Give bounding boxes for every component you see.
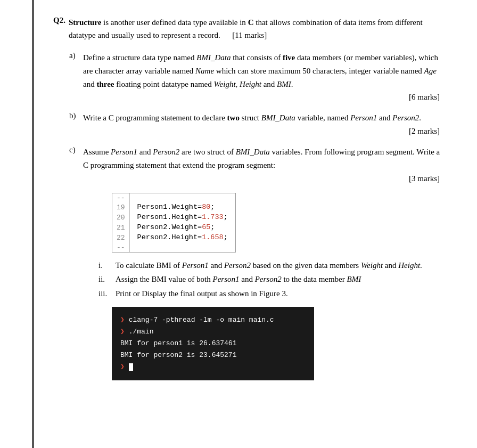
line-20: 20 <box>112 213 129 223</box>
terminal-line-5: ❯ <box>120 361 306 373</box>
sub-c-text: Assume Person1 and Person2 are two struc… <box>83 148 440 169</box>
prompt-3: ❯ <box>120 363 125 371</box>
code-table: -- 19 Person1.Weight=80; 20 Person1.Heig… <box>112 193 235 252</box>
code-21: Person2.Weight=65; <box>129 223 235 233</box>
sub-c-label: c) Assume Person1 and Person2 are two st… <box>69 145 445 172</box>
line-19: 19 <box>112 202 129 213</box>
intro-bold-structure: Structure <box>69 18 101 27</box>
sub-item-i: i. To calculate BMI of Person1 and Perso… <box>98 259 445 272</box>
question-number: Q2. <box>53 16 65 42</box>
code-row-dash-bottom: -- <box>112 243 235 252</box>
sub-item-i-label: i. <box>98 259 111 272</box>
sub-a-content: Define a structure data type named BMI_D… <box>83 51 445 91</box>
left-border <box>32 0 34 448</box>
line-21: 21 <box>112 223 129 233</box>
sub-c-items: i. To calculate BMI of Person1 and Perso… <box>98 259 445 300</box>
sub-b-letter: b) <box>69 111 79 125</box>
line-22: 22 <box>112 233 129 243</box>
cursor <box>129 363 133 371</box>
terminal-line-4: BMI for person2 is 23.645271 <box>120 349 306 361</box>
sub-a-label: a) Define a structure data type named BM… <box>69 51 445 91</box>
sub-item-i-text: To calculate BMI of Person1 and Person2 … <box>116 259 422 272</box>
page: Q2. Structure is another user defined da… <box>0 0 477 448</box>
dash-top-empty <box>129 193 235 202</box>
sub-a-letter: a) <box>69 51 79 91</box>
code-row-19: 19 Person1.Weight=80; <box>112 202 235 213</box>
sub-item-ii-text: Assign the BMI value of both Person1 and… <box>116 273 361 286</box>
marks-intro: [11 marks] <box>232 31 267 39</box>
sub-a: a) Define a structure data type named BM… <box>69 51 445 102</box>
sub-item-ii: ii. Assign the BMI value of both Person1… <box>98 273 445 286</box>
sub-b-marks: [2 marks] <box>69 127 440 136</box>
dash-top: -- <box>112 193 129 202</box>
terminal-line-2: ❯ ./main <box>120 326 306 338</box>
prompt-1: ❯ <box>120 316 125 324</box>
dash-bottom-empty <box>129 243 235 252</box>
sub-item-iii-label: iii. <box>98 287 111 300</box>
code-20: Person1.Height=1.733; <box>129 213 235 223</box>
sub-item-ii-label: ii. <box>98 273 111 286</box>
code-row-21: 21 Person2.Weight=65; <box>112 223 235 233</box>
terminal-block: ❯ clang-7 -pthread -lm -o main main.c ❯ … <box>112 307 314 380</box>
code-row-22: 22 Person2.Height=1.658; <box>112 233 235 243</box>
code-row-20: 20 Person1.Height=1.733; <box>112 213 235 223</box>
sub-item-iii-text: Print or Display the final output as sho… <box>116 287 288 300</box>
sub-a-t1: Define a structure data type named BMI_D… <box>83 53 438 88</box>
terminal-line-1: ❯ clang-7 -pthread -lm -o main main.c <box>120 314 306 326</box>
sub-b-label: b) Write a C programming statement to de… <box>69 111 445 125</box>
code-block-wrapper: -- 19 Person1.Weight=80; 20 Person1.Heig… <box>112 193 236 252</box>
code-19: Person1.Weight=80; <box>129 202 235 213</box>
code-22: Person2.Height=1.658; <box>129 233 235 243</box>
sub-b: b) Write a C programming statement to de… <box>69 111 445 136</box>
prompt-2: ❯ <box>120 328 125 336</box>
sub-c-content: Assume Person1 and Person2 are two struc… <box>83 145 445 172</box>
sub-item-iii: iii. Print or Display the final output a… <box>98 287 445 300</box>
sub-c: c) Assume Person1 and Person2 are two st… <box>69 145 445 380</box>
sub-b-content: Write a C programming statement to decla… <box>83 111 421 125</box>
question-header: Q2. Structure is another user defined da… <box>53 16 445 42</box>
sub-a-marks: [6 marks] <box>69 93 440 102</box>
question-intro: Structure is another user defined data t… <box>69 16 445 42</box>
sub-c-letter: c) <box>69 145 79 172</box>
code-row-dash-top: -- <box>112 193 235 202</box>
terminal-line-3: BMI for person1 is 26.637461 <box>120 338 306 349</box>
dash-bottom: -- <box>112 243 129 252</box>
sub-c-marks: [3 marks] <box>69 174 440 183</box>
sub-b-text: Write a C programming statement to decla… <box>83 113 421 122</box>
